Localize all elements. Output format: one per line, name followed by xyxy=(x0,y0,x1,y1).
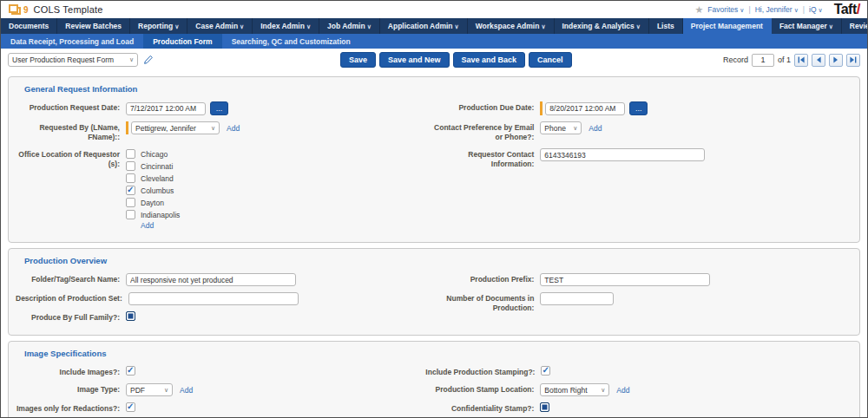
form-toolbar: User Production Request Form Save Save a… xyxy=(1,49,867,71)
office-option-dayton[interactable]: Dayton xyxy=(126,198,180,207)
last-record-button[interactable] xyxy=(846,54,860,67)
nav-tab-workspace-admin[interactable]: Workspace Admin xyxy=(468,18,555,34)
save-and-back-button[interactable]: Save and Back xyxy=(453,52,526,68)
subtab-searching-qc[interactable]: Searching, QC and Customization xyxy=(222,34,360,49)
field-image-type: Image Type: PDF Add xyxy=(16,383,425,396)
nav-tab-reporting[interactable]: Reporting xyxy=(130,18,187,34)
previous-record-button[interactable] xyxy=(812,54,825,67)
save-button[interactable]: Save xyxy=(340,52,376,68)
taft-logo: Taft/ xyxy=(834,1,860,18)
folder-tag-search-input[interactable] xyxy=(126,273,296,286)
include-images-checkbox[interactable] xyxy=(126,366,135,376)
field-requestor-contact: Requestor Contact Information: xyxy=(425,148,852,169)
field-office-location: Office Location of Requestor (s): Chicag… xyxy=(16,148,425,230)
chevron-down-icon xyxy=(173,22,179,30)
record-number-input[interactable] xyxy=(752,54,774,67)
requestor-contact-input[interactable] xyxy=(540,148,705,161)
next-record-icon xyxy=(832,56,839,63)
field-production-stamp-location: Production Stamp Location: Bottom Right … xyxy=(425,383,852,396)
contact-preference-add-link[interactable]: Add xyxy=(589,124,602,133)
chevron-down-icon xyxy=(211,125,215,132)
nav-tab-case-admin[interactable]: Case Admin xyxy=(187,18,253,34)
subtab-production-form[interactable]: Production Form xyxy=(143,34,221,49)
image-type-dropdown[interactable]: PDF xyxy=(126,383,173,396)
chevron-down-icon xyxy=(601,387,605,394)
field-label: Production Due Date: xyxy=(425,101,534,113)
field-label: Description of Production Set: xyxy=(16,292,122,304)
nav-tab-job-admin[interactable]: Job Admin xyxy=(319,18,380,34)
date-picker-button[interactable]: ... xyxy=(210,101,228,115)
image-type-add-link[interactable]: Add xyxy=(180,386,193,395)
user-menu[interactable]: Hi, Jennifer xyxy=(755,5,799,14)
checkbox[interactable] xyxy=(126,149,135,159)
panel-image-specifications: Image Specifications Include Images?: Im… xyxy=(8,341,860,418)
production-stamp-location-dropdown[interactable]: Bottom Right xyxy=(540,383,609,396)
nav-tab-application-admin[interactable]: Application Admin xyxy=(380,18,468,34)
office-option-cleveland[interactable]: Cleveland xyxy=(126,173,180,183)
requested-by-add-link[interactable]: Add xyxy=(227,124,240,133)
confidentiality-stamp-checkbox[interactable] xyxy=(540,402,549,412)
field-label: Office Location of Requestor (s): xyxy=(16,148,120,169)
field-contact-preference: Contact Preference by Email or Phone?: P… xyxy=(425,121,852,142)
requested-by-dropdown[interactable]: Pettigrew, Jennifer xyxy=(131,121,220,134)
field-include-production-stamping: Include Production Stamping?: xyxy=(425,366,852,377)
save-and-new-button[interactable]: Save and New xyxy=(379,52,450,68)
office-option-indianapolis[interactable]: Indianapolis xyxy=(126,210,180,219)
nav-tab-fact-manager[interactable]: Fact Manager xyxy=(772,18,842,34)
production-request-date-input[interactable] xyxy=(126,102,206,115)
description-production-set-input[interactable] xyxy=(128,292,299,305)
main-nav: Documents Review Batches Reporting Case … xyxy=(1,18,867,34)
checkbox[interactable] xyxy=(126,161,135,171)
include-production-stamping-checkbox[interactable] xyxy=(541,366,550,376)
number-of-documents-input[interactable] xyxy=(540,292,614,305)
field-label: Image Type: xyxy=(16,383,120,395)
field-produce-by-full-family: Produce By Full Family?: xyxy=(16,311,425,323)
images-only-redactions-checkbox[interactable] xyxy=(126,402,135,412)
nav-tab-review-manager[interactable]: Review Manager xyxy=(842,18,868,34)
contact-preference-dropdown[interactable]: Phone xyxy=(540,121,582,134)
office-option-cincinnati[interactable]: Cincinnati xyxy=(126,161,180,171)
nav-tab-project-management[interactable]: Project Management xyxy=(683,18,772,34)
produce-full-family-checkbox[interactable] xyxy=(126,311,135,321)
field-production-prefix: Production Prefix: xyxy=(425,273,852,286)
office-option-chicago[interactable]: Chicago xyxy=(126,149,180,159)
app-window: 9 COLS Template Favorites Hi, Jennifer i… xyxy=(0,0,868,418)
checkbox[interactable] xyxy=(126,173,135,183)
production-due-date-input[interactable] xyxy=(545,102,625,115)
subtab-data-receipt[interactable]: Data Receipt, Processing and Load xyxy=(1,34,143,49)
favorites-star-icon[interactable] xyxy=(694,5,703,14)
edit-pencil-icon[interactable] xyxy=(143,55,154,65)
field-label: Requestor Contact Information: xyxy=(425,148,534,169)
office-location-add-link[interactable]: Add xyxy=(141,221,154,230)
checkbox[interactable] xyxy=(126,186,135,195)
checkbox[interactable] xyxy=(126,210,135,219)
nav-tab-lists[interactable]: Lists xyxy=(649,18,683,34)
chevron-down-icon xyxy=(238,22,244,30)
office-option-columbus[interactable]: Columbus xyxy=(126,186,180,195)
field-number-of-documents: Number of Documents in Production: xyxy=(425,292,852,313)
record-navigator: Record of 1 xyxy=(723,54,860,67)
first-record-button[interactable] xyxy=(794,54,808,67)
iq-menu[interactable]: iQ xyxy=(809,5,823,14)
nav-tab-index-admin[interactable]: Index Admin xyxy=(253,18,319,34)
section-title: Image Specifications xyxy=(24,349,852,358)
field-confidentiality-stamp: Confidentiality Stamp?: xyxy=(425,402,852,414)
field-production-due-date: Production Due Date: ... xyxy=(425,101,852,115)
field-label: Include Images?: xyxy=(16,366,120,377)
nav-tab-review-batches[interactable]: Review Batches xyxy=(57,18,130,34)
page-title: COLS Template xyxy=(34,4,103,15)
cancel-button[interactable]: Cancel xyxy=(529,52,572,68)
checkbox[interactable] xyxy=(126,198,135,207)
nav-tab-indexing-analytics[interactable]: Indexing & Analytics xyxy=(555,18,649,34)
production-stamp-location-add-link[interactable]: Add xyxy=(616,386,629,395)
form-selector-dropdown[interactable]: User Production Request Form xyxy=(8,53,138,67)
favorites-menu[interactable]: Favorites xyxy=(707,5,744,14)
nav-tab-documents[interactable]: Documents xyxy=(1,18,57,34)
field-label: Produce By Full Family?: xyxy=(16,311,120,323)
section-title: General Request Information xyxy=(24,84,852,94)
date-picker-button[interactable]: ... xyxy=(629,101,648,115)
chevron-down-icon xyxy=(129,56,134,63)
next-record-button[interactable] xyxy=(829,54,843,67)
production-prefix-input[interactable] xyxy=(540,273,710,286)
first-record-icon xyxy=(798,56,805,63)
